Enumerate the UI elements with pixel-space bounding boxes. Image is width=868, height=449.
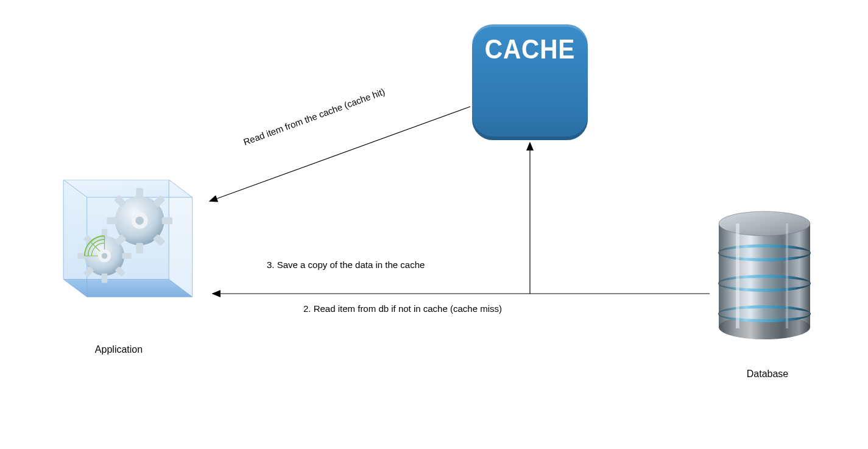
edge-label-save-copy: 3. Save a copy of the data in the cache [267, 260, 425, 270]
database-icon [713, 210, 816, 341]
svg-point-35 [718, 247, 811, 258]
database-label: Database [737, 369, 798, 380]
svg-rect-7 [136, 243, 143, 253]
svg-point-31 [719, 211, 810, 236]
svg-rect-20 [122, 253, 131, 259]
cache-title: CACHE [477, 34, 584, 65]
svg-rect-41 [786, 224, 788, 328]
svg-point-29 [102, 253, 108, 259]
edge-label-cache-miss: 2. Read item from db if not in cache (ca… [303, 303, 502, 314]
application-icon [52, 180, 204, 309]
svg-rect-9 [162, 217, 172, 225]
svg-rect-40 [736, 224, 739, 328]
diagram-canvas: Read item from the cache (cache hit) 3. … [0, 0, 868, 449]
svg-point-15 [135, 217, 143, 225]
svg-rect-8 [107, 217, 117, 225]
svg-rect-6 [136, 188, 143, 198]
application-node [52, 180, 204, 308]
application-label: Application [82, 344, 155, 355]
svg-point-39 [718, 308, 811, 319]
database-node [713, 210, 816, 341]
svg-point-37 [718, 278, 811, 289]
cache-node: CACHE [472, 24, 588, 140]
edge-cache-to-app [210, 107, 470, 201]
svg-rect-18 [102, 274, 108, 283]
